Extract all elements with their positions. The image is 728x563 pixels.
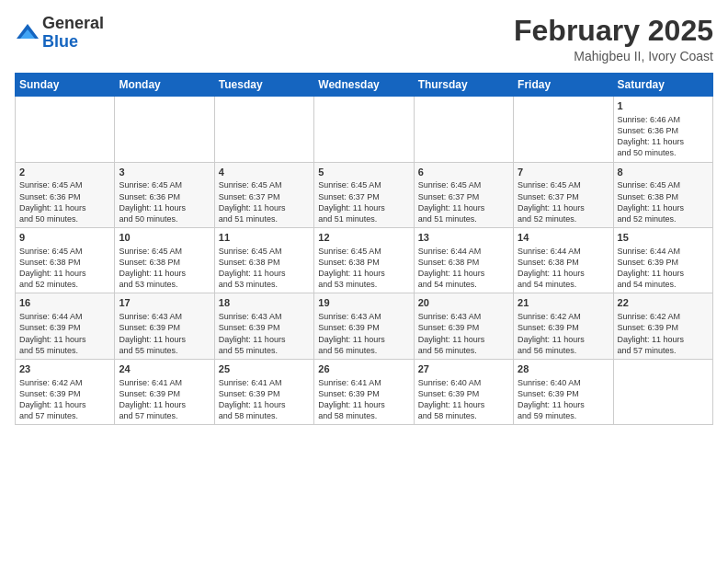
calendar-day-cell: 24Sunrise: 6:41 AM Sunset: 6:39 PM Dayli… — [115, 359, 214, 424]
day-info: Sunrise: 6:45 AM Sunset: 6:38 PM Dayligh… — [19, 246, 110, 291]
logo-blue: Blue — [42, 33, 104, 52]
calendar-week-row: 16Sunrise: 6:44 AM Sunset: 6:39 PM Dayli… — [16, 293, 713, 359]
day-info: Sunrise: 6:43 AM Sunset: 6:39 PM Dayligh… — [418, 311, 509, 356]
calendar-day-cell — [115, 97, 214, 162]
day-info: Sunrise: 6:43 AM Sunset: 6:39 PM Dayligh… — [219, 311, 310, 356]
day-number: 16 — [19, 296, 110, 310]
calendar-day-cell: 28Sunrise: 6:40 AM Sunset: 6:39 PM Dayli… — [514, 359, 613, 424]
calendar-day-cell — [214, 97, 313, 162]
day-number: 8 — [618, 166, 709, 179]
day-info: Sunrise: 6:44 AM Sunset: 6:38 PM Dayligh… — [518, 246, 609, 291]
calendar-day-cell: 21Sunrise: 6:42 AM Sunset: 6:39 PM Dayli… — [514, 293, 613, 359]
day-info: Sunrise: 6:45 AM Sunset: 6:37 PM Dayligh… — [518, 179, 609, 224]
day-info: Sunrise: 6:45 AM Sunset: 6:38 PM Dayligh… — [618, 179, 709, 224]
logo: General Blue — [15, 15, 104, 52]
calendar-day-cell: 3Sunrise: 6:45 AM Sunset: 6:36 PM Daylig… — [115, 162, 214, 227]
day-info: Sunrise: 6:41 AM Sunset: 6:39 PM Dayligh… — [219, 377, 310, 422]
calendar-day-cell: 16Sunrise: 6:44 AM Sunset: 6:39 PM Dayli… — [16, 293, 115, 359]
calendar-header-row: SundayMondayTuesdayWednesdayThursdayFrid… — [16, 74, 713, 97]
day-number: 23 — [19, 362, 110, 376]
day-info: Sunrise: 6:45 AM Sunset: 6:37 PM Dayligh… — [318, 179, 409, 224]
calendar-day-cell: 6Sunrise: 6:45 AM Sunset: 6:37 PM Daylig… — [414, 162, 513, 227]
logo-general: General — [42, 15, 104, 33]
calendar-day-cell: 20Sunrise: 6:43 AM Sunset: 6:39 PM Dayli… — [414, 293, 513, 359]
day-number: 12 — [318, 231, 409, 245]
month-title: February 2025 — [514, 15, 713, 47]
page: General Blue February 2025 Mahigbeu II, … — [0, 0, 728, 434]
calendar-day-cell — [16, 97, 115, 162]
day-number: 17 — [119, 296, 210, 310]
calendar-day-cell: 5Sunrise: 6:45 AM Sunset: 6:37 PM Daylig… — [314, 162, 414, 227]
calendar-day-cell: 17Sunrise: 6:43 AM Sunset: 6:39 PM Dayli… — [115, 293, 214, 359]
day-info: Sunrise: 6:45 AM Sunset: 6:37 PM Dayligh… — [219, 179, 310, 224]
calendar-day-cell: 23Sunrise: 6:42 AM Sunset: 6:39 PM Dayli… — [16, 359, 115, 424]
day-number: 7 — [518, 166, 609, 179]
day-info: Sunrise: 6:43 AM Sunset: 6:39 PM Dayligh… — [119, 311, 210, 356]
day-info: Sunrise: 6:42 AM Sunset: 6:39 PM Dayligh… — [19, 377, 110, 422]
day-number: 27 — [418, 362, 509, 376]
day-number: 9 — [19, 231, 110, 245]
day-info: Sunrise: 6:42 AM Sunset: 6:39 PM Dayligh… — [618, 311, 709, 356]
day-number: 28 — [518, 362, 609, 376]
day-info: Sunrise: 6:45 AM Sunset: 6:36 PM Dayligh… — [19, 179, 110, 224]
day-info: Sunrise: 6:45 AM Sunset: 6:38 PM Dayligh… — [219, 246, 310, 291]
day-info: Sunrise: 6:44 AM Sunset: 6:39 PM Dayligh… — [19, 311, 110, 356]
day-info: Sunrise: 6:45 AM Sunset: 6:38 PM Dayligh… — [119, 246, 210, 291]
location: Mahigbeu II, Ivory Coast — [514, 49, 713, 63]
calendar-day-cell: 2Sunrise: 6:45 AM Sunset: 6:36 PM Daylig… — [16, 162, 115, 227]
weekday-header-saturday: Saturday — [613, 74, 712, 97]
calendar-day-cell — [613, 359, 712, 424]
calendar-day-cell: 14Sunrise: 6:44 AM Sunset: 6:38 PM Dayli… — [514, 228, 613, 293]
calendar-day-cell — [414, 97, 513, 162]
calendar-day-cell: 8Sunrise: 6:45 AM Sunset: 6:38 PM Daylig… — [613, 162, 712, 227]
calendar-week-row: 9Sunrise: 6:45 AM Sunset: 6:38 PM Daylig… — [16, 228, 713, 293]
day-info: Sunrise: 6:42 AM Sunset: 6:39 PM Dayligh… — [518, 311, 609, 356]
logo-text: General Blue — [42, 15, 104, 52]
calendar-week-row: 23Sunrise: 6:42 AM Sunset: 6:39 PM Dayli… — [16, 359, 713, 424]
day-info: Sunrise: 6:46 AM Sunset: 6:36 PM Dayligh… — [618, 114, 709, 159]
day-info: Sunrise: 6:43 AM Sunset: 6:39 PM Dayligh… — [318, 311, 409, 356]
day-number: 5 — [318, 166, 409, 179]
logo-icon — [15, 20, 40, 46]
calendar-day-cell — [514, 97, 613, 162]
weekday-header-tuesday: Tuesday — [214, 74, 313, 97]
day-number: 15 — [618, 231, 709, 245]
calendar-day-cell: 9Sunrise: 6:45 AM Sunset: 6:38 PM Daylig… — [16, 228, 115, 293]
day-info: Sunrise: 6:45 AM Sunset: 6:37 PM Dayligh… — [418, 179, 509, 224]
calendar-day-cell: 27Sunrise: 6:40 AM Sunset: 6:39 PM Dayli… — [414, 359, 513, 424]
calendar-day-cell — [314, 97, 414, 162]
calendar-day-cell: 18Sunrise: 6:43 AM Sunset: 6:39 PM Dayli… — [214, 293, 313, 359]
calendar-day-cell: 25Sunrise: 6:41 AM Sunset: 6:39 PM Dayli… — [214, 359, 313, 424]
day-number: 4 — [219, 166, 310, 179]
calendar-day-cell: 10Sunrise: 6:45 AM Sunset: 6:38 PM Dayli… — [115, 228, 214, 293]
weekday-header-sunday: Sunday — [16, 74, 115, 97]
day-info: Sunrise: 6:45 AM Sunset: 6:36 PM Dayligh… — [119, 179, 210, 224]
weekday-header-monday: Monday — [115, 74, 214, 97]
calendar-day-cell: 1Sunrise: 6:46 AM Sunset: 6:36 PM Daylig… — [613, 97, 712, 162]
calendar-day-cell: 19Sunrise: 6:43 AM Sunset: 6:39 PM Dayli… — [314, 293, 414, 359]
day-info: Sunrise: 6:41 AM Sunset: 6:39 PM Dayligh… — [318, 377, 409, 422]
day-number: 22 — [618, 296, 709, 310]
calendar: SundayMondayTuesdayWednesdayThursdayFrid… — [15, 73, 713, 425]
day-info: Sunrise: 6:41 AM Sunset: 6:39 PM Dayligh… — [119, 377, 210, 422]
calendar-week-row: 2Sunrise: 6:45 AM Sunset: 6:36 PM Daylig… — [16, 162, 713, 227]
day-info: Sunrise: 6:40 AM Sunset: 6:39 PM Dayligh… — [418, 377, 509, 422]
title-block: February 2025 Mahigbeu II, Ivory Coast — [514, 15, 713, 63]
weekday-header-wednesday: Wednesday — [314, 74, 414, 97]
day-number: 3 — [119, 166, 210, 179]
calendar-day-cell: 22Sunrise: 6:42 AM Sunset: 6:39 PM Dayli… — [613, 293, 712, 359]
day-number: 19 — [318, 296, 409, 310]
day-number: 20 — [418, 296, 509, 310]
calendar-day-cell: 26Sunrise: 6:41 AM Sunset: 6:39 PM Dayli… — [314, 359, 414, 424]
calendar-day-cell: 7Sunrise: 6:45 AM Sunset: 6:37 PM Daylig… — [514, 162, 613, 227]
day-info: Sunrise: 6:40 AM Sunset: 6:39 PM Dayligh… — [518, 377, 609, 422]
calendar-week-row: 1Sunrise: 6:46 AM Sunset: 6:36 PM Daylig… — [16, 97, 713, 162]
calendar-day-cell: 12Sunrise: 6:45 AM Sunset: 6:38 PM Dayli… — [314, 228, 414, 293]
calendar-day-cell: 4Sunrise: 6:45 AM Sunset: 6:37 PM Daylig… — [214, 162, 313, 227]
day-number: 18 — [219, 296, 310, 310]
day-number: 6 — [418, 166, 509, 179]
day-number: 13 — [418, 231, 509, 245]
day-number: 10 — [119, 231, 210, 245]
day-info: Sunrise: 6:45 AM Sunset: 6:38 PM Dayligh… — [318, 246, 409, 291]
day-number: 11 — [219, 231, 310, 245]
